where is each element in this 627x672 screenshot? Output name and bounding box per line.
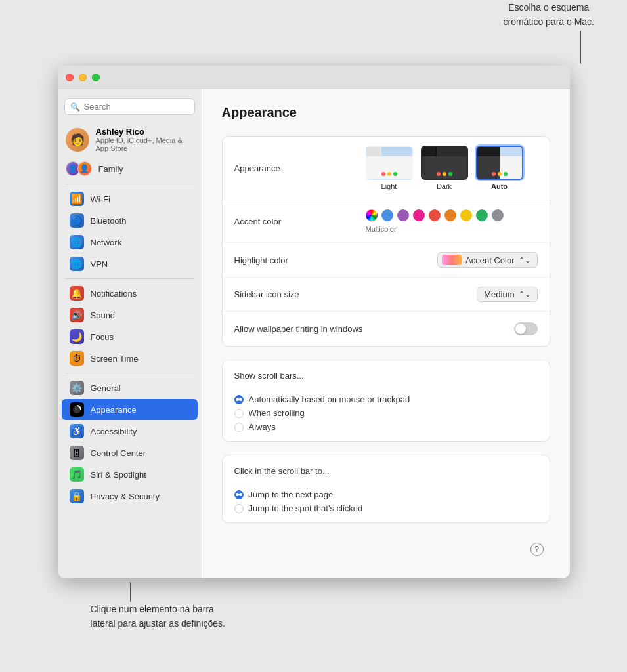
sidebar-item-notifications[interactable]: 🔔 Notifications xyxy=(62,283,198,304)
sidebar-label-screentime: Screen Time xyxy=(91,354,139,364)
sidebar-item-wifi[interactable]: 📶 Wi-Fi xyxy=(62,188,198,209)
user-name: Ashley Rico xyxy=(96,127,194,136)
tooltip-top: Escolha o esquema cromático para o Mac. xyxy=(504,0,595,64)
scroll-bars-radio-group: Automatically based on mouse or trackpad… xyxy=(223,385,550,441)
setting-row-sidebar-icon-size: Sidebar icon size Medium ⌃⌄ xyxy=(223,278,550,312)
sidebar-item-controlcenter[interactable]: 🎛 Control Center xyxy=(62,442,198,463)
close-button[interactable] xyxy=(66,74,74,81)
sidebar-item-privacy[interactable]: 🔒 Privacy & Security xyxy=(62,486,198,507)
auto-label: Auto xyxy=(491,182,508,190)
settings-section-click-scroll: Click in the scroll bar to... Jump to th… xyxy=(222,455,550,523)
appearance-option-auto[interactable]: Auto xyxy=(476,146,523,190)
highlight-chevron-icon: ⌃⌄ xyxy=(519,256,530,264)
sidebar-label-notifications: Notifications xyxy=(91,289,137,299)
scroll-bars-section-title-row: Show scroll bars... xyxy=(223,360,550,385)
tooltip-bottom: Clique num elemento na barra lateral par… xyxy=(91,602,225,631)
bottom-annotation: Clique num elemento na barra lateral par… xyxy=(58,582,570,631)
sidebar-item-screentime[interactable]: ⏱ Screen Time xyxy=(62,348,198,369)
sidebar-icon-size-label: Sidebar icon size xyxy=(234,289,366,299)
scroll-auto-radio[interactable] xyxy=(234,395,244,404)
window-body: 🔍 🧑 Ashley Rico Apple ID, iCloud+, Media… xyxy=(58,89,570,578)
sidebar-label-network: Network xyxy=(91,238,122,247)
sidebar-label-vpn: VPN xyxy=(91,259,108,269)
sidebar-label-focus: Focus xyxy=(91,332,114,342)
page-title: Appearance xyxy=(222,105,550,120)
click-scroll-label: Click in the scroll bar to... xyxy=(234,466,330,476)
scroll-auto-option[interactable]: Automatically based on mouse or trackpad xyxy=(234,394,538,404)
dark-label: Dark xyxy=(437,182,452,190)
vpn-icon: 🌐 xyxy=(70,257,84,271)
wallpaper-tinting-control xyxy=(366,322,538,335)
user-subtitle: Apple ID, iCloud+, Media & App Store xyxy=(96,136,194,152)
swatch-graphite[interactable] xyxy=(492,209,504,221)
minimize-button[interactable] xyxy=(79,74,87,81)
system-preferences-window: 🔍 🧑 Ashley Rico Apple ID, iCloud+, Media… xyxy=(58,66,570,578)
scroll-scrolling-radio[interactable] xyxy=(234,409,244,418)
sidebar-icon-size-control: Medium ⌃⌄ xyxy=(366,287,538,302)
settings-section-appearance: Appearance xyxy=(222,136,550,346)
notifications-icon: 🔔 xyxy=(70,286,84,301)
maximize-button[interactable] xyxy=(92,74,100,81)
setting-row-wallpaper-tinting: Allow wallpaper tinting in windows xyxy=(223,312,550,346)
scroll-scrolling-option[interactable]: When scrolling xyxy=(234,408,538,418)
appearance-option-dark[interactable]: Dark xyxy=(421,146,468,190)
bluetooth-icon: 🔵 xyxy=(70,213,84,228)
highlight-color-button[interactable]: Accent Color ⌃⌄ xyxy=(437,252,537,268)
sidebar-user-profile[interactable]: 🧑 Ashley Rico Apple ID, iCloud+, Media &… xyxy=(58,121,202,158)
wifi-icon: 📶 xyxy=(70,192,84,206)
swatch-pink[interactable] xyxy=(413,209,425,221)
swatch-blue[interactable] xyxy=(381,209,393,221)
swatch-multicolor[interactable] xyxy=(366,209,378,221)
sidebar-item-vpn[interactable]: 🌐 VPN xyxy=(62,253,198,274)
appearance-options-control: Light xyxy=(366,146,538,190)
search-input[interactable] xyxy=(84,102,189,112)
sidebar-item-family[interactable]: 👤 👤 Family xyxy=(58,158,202,180)
swatch-orange[interactable] xyxy=(444,209,456,221)
sidebar-item-focus[interactable]: 🌙 Focus xyxy=(62,326,198,347)
sidebar-label-siri: Siri & Spotlight xyxy=(91,470,146,480)
multicolor-label: Multicolor xyxy=(366,225,504,233)
outer-container: Escolha o esquema cromático para o Mac. … xyxy=(0,0,627,672)
sidebar-item-appearance[interactable]: Appearance xyxy=(62,399,198,420)
swatch-yellow[interactable] xyxy=(460,209,472,221)
sidebar-divider-1 xyxy=(64,184,195,184)
sidebar-label-appearance: Appearance xyxy=(91,405,137,415)
scroll-auto-label: Automatically based on mouse or trackpad xyxy=(249,394,410,404)
click-next-page-label: Jump to the next page xyxy=(249,490,334,499)
swatch-purple[interactable] xyxy=(397,209,409,221)
swatch-red[interactable] xyxy=(429,209,441,221)
highlight-color-label: Highlight color xyxy=(234,255,366,265)
sidebar-item-accessibility[interactable]: ♿ Accessibility xyxy=(62,421,198,442)
highlight-gradient-preview xyxy=(442,255,462,265)
sidebar-label-wifi: Wi-Fi xyxy=(91,194,110,204)
help-button[interactable]: ? xyxy=(530,543,544,556)
swatch-green[interactable] xyxy=(476,209,488,221)
privacy-icon: 🔒 xyxy=(70,489,84,503)
sidebar-label-bluetooth: Bluetooth xyxy=(91,216,127,226)
click-next-page-option[interactable]: Jump to the next page xyxy=(234,490,538,499)
accent-color-control: Multicolor xyxy=(366,209,538,233)
click-next-page-radio[interactable] xyxy=(234,490,244,499)
click-spot-option[interactable]: Jump to the spot that's clicked xyxy=(234,503,538,513)
sidebar: 🔍 🧑 Ashley Rico Apple ID, iCloud+, Media… xyxy=(58,89,202,578)
accessibility-icon: ♿ xyxy=(70,424,84,438)
tooltip-arrow-line xyxy=(580,31,581,64)
setting-row-accent-color: Accent color xyxy=(223,200,550,243)
wallpaper-tinting-toggle[interactable] xyxy=(514,322,538,335)
accent-colors-group: Multicolor xyxy=(366,209,504,233)
sidebar-item-bluetooth[interactable]: 🔵 Bluetooth xyxy=(62,210,198,231)
scroll-always-option[interactable]: Always xyxy=(234,422,538,432)
click-spot-radio[interactable] xyxy=(234,504,244,513)
family-label: Family xyxy=(98,164,123,174)
scroll-always-radio[interactable] xyxy=(234,423,244,432)
sidebar-icon-size-button[interactable]: Medium ⌃⌄ xyxy=(477,287,537,302)
network-icon: 🌐 xyxy=(70,235,84,249)
search-bar[interactable]: 🔍 xyxy=(64,98,195,115)
bottom-arrow-line xyxy=(130,582,131,602)
sidebar-item-network[interactable]: 🌐 Network xyxy=(62,232,198,253)
sidebar-item-sound[interactable]: 🔊 Sound xyxy=(62,304,198,326)
sidebar-item-general[interactable]: ⚙️ General xyxy=(62,377,198,398)
sidebar-item-siri[interactable]: 🎵 Siri & Spotlight xyxy=(62,464,198,485)
search-icon: 🔍 xyxy=(70,102,80,112)
appearance-option-light[interactable]: Light xyxy=(366,146,413,190)
